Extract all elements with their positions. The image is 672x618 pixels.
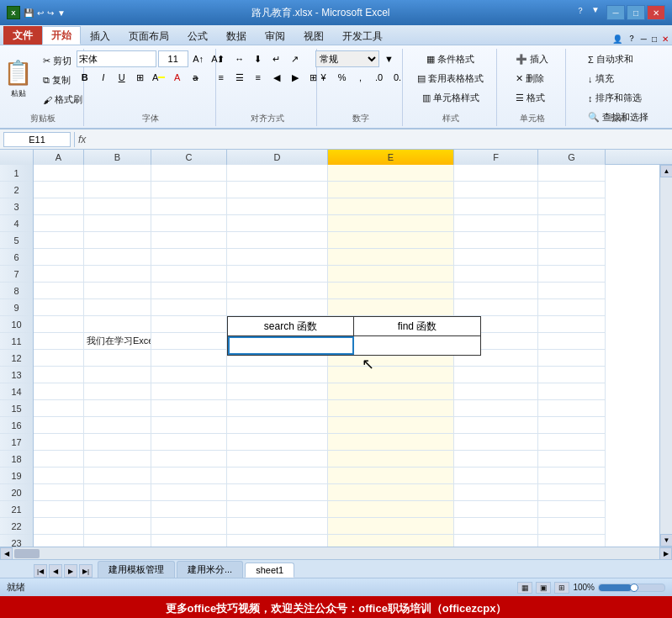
page-layout-btn[interactable]: ▣ — [536, 582, 551, 594]
cell-b10[interactable] — [84, 316, 151, 333]
cell-b17[interactable] — [84, 434, 151, 451]
cell-f2[interactable] — [454, 182, 538, 198]
tab-developer[interactable]: 开发工具 — [333, 26, 392, 45]
font-name-input[interactable] — [77, 50, 156, 67]
cell-a10[interactable] — [34, 316, 84, 333]
cell-g9[interactable] — [538, 299, 606, 316]
cell-a18[interactable] — [34, 451, 84, 467]
cell-a17[interactable] — [34, 434, 84, 451]
cell-a11[interactable] — [34, 333, 84, 350]
cell-d23[interactable] — [227, 535, 328, 547]
cell-d6[interactable] — [227, 249, 328, 266]
cell-a16[interactable] — [34, 417, 84, 434]
cell-g4[interactable] — [538, 215, 606, 232]
cell-e5[interactable] — [328, 232, 454, 249]
cell-b2[interactable] — [84, 182, 151, 198]
align-bottom-btn[interactable]: ⬇ — [250, 50, 267, 67]
cell-g12[interactable] — [538, 350, 606, 367]
tab-data[interactable]: 数据 — [217, 26, 256, 45]
zoom-slider[interactable] — [598, 584, 665, 592]
cell-b23[interactable] — [84, 535, 151, 547]
tab-review[interactable]: 审阅 — [256, 26, 294, 45]
cell-d4[interactable] — [227, 215, 328, 232]
cell-styles-btn[interactable]: ▥ 单元格样式 — [418, 89, 484, 107]
cell-g23[interactable] — [538, 535, 606, 547]
indent-increase-btn[interactable]: ▶ — [287, 69, 304, 86]
cell-c11[interactable] — [151, 333, 227, 350]
currency-btn[interactable]: ¥ — [315, 69, 332, 86]
sheet-nav-prev[interactable]: ◀ — [49, 564, 62, 578]
cell-f4[interactable] — [454, 215, 538, 232]
normal-view-btn[interactable]: ▦ — [517, 582, 532, 594]
cell-c10[interactable] — [151, 316, 227, 333]
tab-home[interactable]: 开始 — [42, 26, 81, 45]
cell-e20[interactable] — [328, 484, 454, 501]
col-header-a[interactable]: A — [34, 150, 84, 165]
cell-a20[interactable] — [34, 484, 84, 501]
cell-e1[interactable] — [328, 165, 454, 182]
fill-btn[interactable]: ↓ 填充 — [584, 70, 618, 87]
cell-b18[interactable] — [84, 451, 151, 467]
number-format-btn[interactable]: ▼ — [381, 50, 398, 67]
sort-filter-btn[interactable]: ↕ 排序和筛选 — [584, 89, 646, 107]
cell-c4[interactable] — [151, 215, 227, 232]
cell-g14[interactable] — [538, 383, 606, 400]
cell-a9[interactable] — [34, 299, 84, 316]
cell-g10[interactable] — [538, 316, 606, 333]
cell-f8[interactable] — [454, 283, 538, 299]
cell-g16[interactable] — [538, 417, 606, 434]
cell-b20[interactable] — [84, 484, 151, 501]
cell-a14[interactable] — [34, 383, 84, 400]
row-num-12[interactable]: 12 — [0, 350, 33, 367]
paste-button[interactable]: 📋 粘贴 — [0, 50, 37, 108]
align-top-btn[interactable]: ⬆ — [213, 50, 230, 67]
cell-e18[interactable] — [328, 451, 454, 467]
cell-e17[interactable] — [328, 434, 454, 451]
close-button[interactable]: ✕ — [647, 5, 665, 20]
cell-d8[interactable] — [227, 283, 328, 299]
cell-a22[interactable] — [34, 518, 84, 535]
cell-a15[interactable] — [34, 400, 84, 417]
cell-c8[interactable] — [151, 283, 227, 299]
col-header-f[interactable]: F — [454, 150, 538, 165]
name-box[interactable]: E11 — [3, 132, 71, 147]
cell-e13[interactable] — [328, 367, 454, 383]
table-data-cell-0[interactable] — [228, 336, 354, 355]
cell-g1[interactable] — [538, 165, 606, 182]
cell-c19[interactable] — [151, 467, 227, 484]
sheet-nav-first[interactable]: |◀ — [34, 564, 47, 578]
cell-d16[interactable] — [227, 417, 328, 434]
row-num-4[interactable]: 4 — [0, 215, 33, 232]
cell-g7[interactable] — [538, 266, 606, 283]
cell-e22[interactable] — [328, 518, 454, 535]
cell-b19[interactable] — [84, 467, 151, 484]
row-num-19[interactable]: 19 — [0, 467, 33, 484]
cell-d19[interactable] — [227, 467, 328, 484]
cell-g2[interactable] — [538, 182, 606, 198]
quick-access-save[interactable]: 💾 — [24, 8, 34, 18]
cell-c5[interactable] — [151, 232, 227, 249]
cell-f20[interactable] — [454, 484, 538, 501]
conditional-format-btn[interactable]: ▦ 条件格式 — [422, 50, 479, 68]
cell-b5[interactable] — [84, 232, 151, 249]
quick-access-undo[interactable]: ↩ — [37, 8, 44, 18]
decimal-decrease-btn[interactable]: 0. — [389, 69, 406, 86]
cell-g8[interactable] — [538, 283, 606, 299]
cell-c17[interactable] — [151, 434, 227, 451]
cell-d3[interactable] — [227, 198, 328, 215]
minimize-button[interactable]: ─ — [606, 5, 625, 20]
cell-g15[interactable] — [538, 400, 606, 417]
row-num-10[interactable]: 10 — [0, 316, 33, 333]
cell-a6[interactable] — [34, 249, 84, 266]
cell-e4[interactable] — [328, 215, 454, 232]
comma-btn[interactable]: , — [352, 69, 369, 86]
formula-input[interactable] — [89, 132, 669, 147]
underline-button[interactable]: U — [114, 69, 130, 86]
number-format-select[interactable]: 常规 — [315, 50, 379, 67]
font-size-input[interactable] — [158, 50, 188, 67]
italic-button[interactable]: I — [95, 69, 112, 86]
cell-d9[interactable] — [227, 299, 328, 316]
border-button[interactable]: ⊞ — [132, 69, 149, 86]
cell-d1[interactable] — [227, 165, 328, 182]
cell-b16[interactable] — [84, 417, 151, 434]
